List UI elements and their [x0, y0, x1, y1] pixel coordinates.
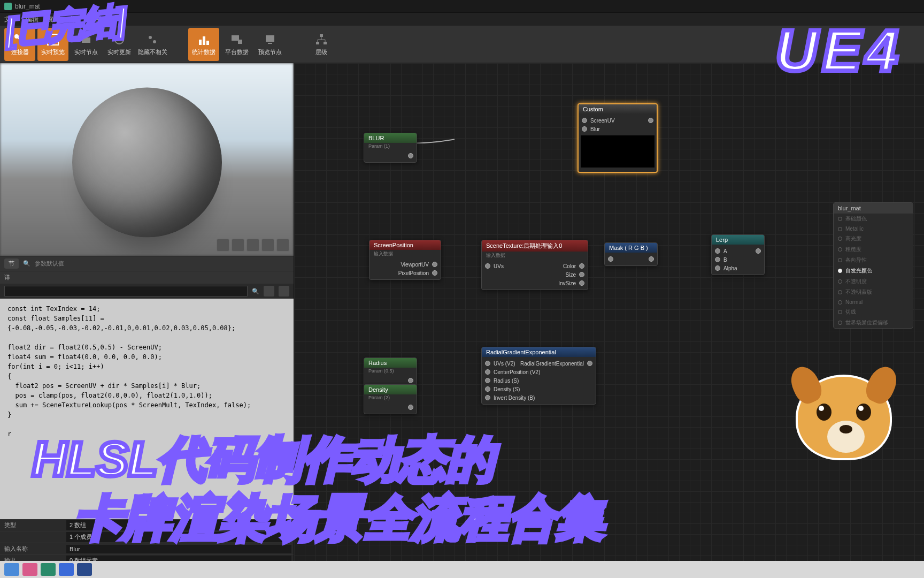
hlsl-code-panel[interactable]: const int TexIndex = 14; const float Sam…: [0, 299, 294, 519]
node-icon: [79, 32, 94, 47]
preview-shape-cylinder[interactable]: [217, 239, 229, 252]
svg-rect-4: [82, 37, 90, 43]
svg-rect-11: [238, 40, 242, 44]
output-pin[interactable]: [432, 262, 437, 267]
preview-node-button[interactable]: 预览节点: [255, 28, 286, 61]
menu-file[interactable]: 文件: [4, 15, 17, 24]
node-custom[interactable]: Custom ScreenUV Blur: [578, 103, 658, 173]
input-pin[interactable]: [485, 386, 490, 392]
menu-help[interactable]: 帮助: [90, 15, 103, 24]
node-graph[interactable]: BLUR Param (1) Custom ScreenUV Blur Scre…: [294, 63, 924, 578]
details-search-input[interactable]: [4, 286, 248, 296]
input-pin[interactable]: [485, 395, 490, 400]
prop-type-label: 类型: [0, 521, 64, 529]
output-pin[interactable]: [579, 280, 584, 286]
left-panel: 节 🔍 参数默认值 详 🔍 const int TexIndex = 14; c…: [0, 63, 294, 578]
search-icon: 🔍: [252, 288, 259, 295]
output-pin[interactable]: [408, 405, 413, 410]
hierarchy-icon: [314, 32, 329, 47]
hierarchy-button[interactable]: 层级: [306, 28, 337, 61]
output-pin[interactable]: [432, 270, 437, 276]
node-header: Density: [364, 385, 417, 394]
node-scenetexture[interactable]: SceneTexture:后期处理输入0 输入数据 UVsColor Size …: [481, 240, 588, 290]
taskbar-app[interactable]: [59, 563, 74, 576]
view-eye-button[interactable]: [279, 286, 289, 296]
preview-shape-sphere[interactable]: [232, 239, 244, 252]
stats-button[interactable]: 统计数据: [188, 28, 219, 61]
input-pin[interactable]: [582, 126, 587, 132]
output-pin[interactable]: [579, 272, 584, 277]
svg-rect-14: [320, 34, 323, 37]
output-pin[interactable]: [408, 378, 413, 383]
connector-button[interactable]: 连接器: [4, 28, 35, 61]
input-pin[interactable]: [485, 361, 490, 366]
node-blur-param[interactable]: BLUR Param (1): [364, 133, 417, 163]
node-density-param[interactable]: Density Param (2): [364, 384, 417, 414]
output-pin[interactable]: [649, 256, 654, 262]
param-search-bar: 节 🔍 参数默认值: [0, 256, 294, 271]
input-pin[interactable]: [582, 118, 587, 123]
preview-toolbar: [217, 239, 289, 252]
svg-rect-15: [316, 42, 319, 44]
input-pin[interactable]: [715, 257, 720, 262]
input-pin[interactable]: [608, 256, 613, 262]
output-pin[interactable]: [648, 118, 653, 123]
windows-taskbar: [0, 561, 924, 578]
node-header: BLUR: [364, 133, 417, 143]
menu-edit[interactable]: 编辑: [26, 15, 38, 24]
hide-unrelated-button[interactable]: 隐藏不相关: [137, 28, 168, 61]
node-mask[interactable]: Mask ( R G B ): [604, 242, 658, 266]
prop-member-value[interactable]: 1 个成员: [66, 532, 291, 542]
node-screenposition[interactable]: ScreenPosition 输入数据 ViewportUV PixelPosi…: [369, 240, 441, 280]
node-material-output[interactable]: blur_mat 基础颜色 Metallic 高光度 粗糙度 各向异性 自发光颜…: [833, 202, 913, 329]
platform-stats-button[interactable]: 平台数据: [221, 28, 252, 61]
output-pin[interactable]: [579, 263, 584, 269]
taskbar-app[interactable]: [77, 563, 92, 576]
window-title: blur_mat: [15, 3, 40, 10]
menu-asset[interactable]: 资产: [47, 15, 60, 24]
connector-icon: [12, 32, 27, 47]
input-pin[interactable]: [715, 248, 720, 254]
prop-count-value[interactable]: 2 数组: [66, 520, 291, 530]
output-pin[interactable]: [587, 361, 592, 366]
prop-input-name-value[interactable]: Blur: [66, 545, 291, 553]
node-header: Radius: [364, 358, 417, 368]
taskbar-app[interactable]: [4, 563, 19, 576]
realtime-update-button[interactable]: 实时更新: [104, 28, 135, 61]
output-pin[interactable]: [408, 153, 413, 158]
material-preview[interactable]: [0, 63, 294, 256]
output-pin[interactable]: [756, 248, 761, 254]
input-pin[interactable]: [715, 265, 720, 271]
input-pin[interactable]: [485, 263, 490, 269]
node-header: RadialGradientExponential: [482, 347, 596, 357]
checkmark-icon: [45, 32, 60, 47]
param-search-placeholder[interactable]: 参数默认值: [35, 260, 289, 268]
input-pin[interactable]: [485, 378, 490, 383]
svg-rect-9: [206, 41, 209, 45]
node-radius-param[interactable]: Radius Param (0.5): [364, 358, 417, 387]
wires: [294, 63, 455, 143]
svg-line-2: [18, 37, 22, 42]
taskbar-app[interactable]: [22, 563, 37, 576]
preview-shape-cube[interactable]: [261, 239, 274, 252]
view-grid-button[interactable]: [264, 286, 274, 296]
preview-shape-plane[interactable]: [247, 239, 259, 252]
preview-shape-mesh[interactable]: [276, 239, 289, 252]
preview-icon: [263, 32, 278, 47]
document-icon: [4, 3, 12, 10]
node-header: ScreenPosition: [369, 240, 441, 250]
realtime-node-button[interactable]: 实时节点: [71, 28, 102, 61]
realtime-preview-button[interactable]: 实时预览: [37, 28, 68, 61]
node-radialgradient[interactable]: RadialGradientExponential UVs (V2)Radial…: [481, 347, 596, 405]
details-tab[interactable]: 详: [4, 273, 10, 282]
svg-point-5: [149, 36, 152, 39]
bar-chart-icon: [196, 32, 211, 47]
toolbar: 连接器 实时预览 实时节点 实时更新 隐藏不相关 统计数据 平台数据 预览节点 …: [0, 26, 924, 63]
node-lerp[interactable]: Lerp A B Alpha: [711, 234, 765, 275]
input-pin[interactable]: [485, 369, 490, 375]
node-tab[interactable]: 节: [4, 258, 19, 269]
menu-window[interactable]: 窗口: [68, 15, 81, 24]
svg-rect-10: [232, 35, 239, 41]
taskbar-app[interactable]: [41, 563, 56, 576]
menubar: 文件 编辑 资产 窗口 帮助: [0, 13, 924, 26]
